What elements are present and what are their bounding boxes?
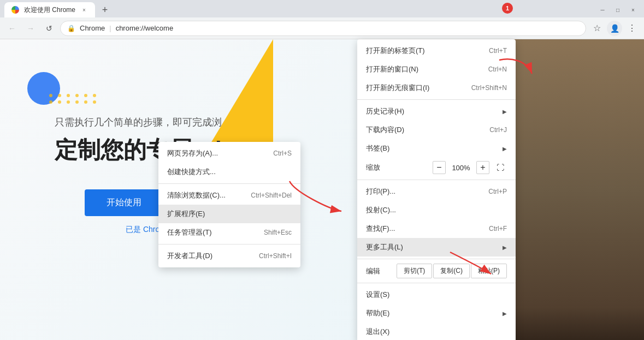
profile-icon[interactable]: 👤 [607,21,622,36]
menu-arrow-5: ▶ [503,146,507,152]
url-brand: Chrome [80,24,105,32]
active-tab[interactable]: 欢迎使用 Chrome × [4,2,95,17]
submenu-label-4: 扩展程序(E) [167,209,292,219]
submenu-label-0: 网页另存为(A)... [167,148,273,158]
cut-button[interactable]: 剪切(T) [397,264,432,278]
menu-shortcut-2: Ctrl+Shift+N [471,84,507,92]
submenu-item-1[interactable]: 创建快捷方式... [158,163,300,181]
menu-divider-zoom [357,180,516,180]
window-controls: ─ □ × [596,3,640,16]
chrome-logo [11,6,19,14]
secure-icon: 🔒 [67,25,75,32]
menu-button[interactable]: ⋮ [624,21,640,36]
menu-divider-top [357,99,516,100]
submenu-item-0[interactable]: 网页另存为(A)... Ctrl+S [158,144,300,163]
url-bar[interactable]: 🔒 Chrome | chrome://welcome [60,21,586,36]
menu-item-1[interactable]: 打开新的窗口(N) Ctrl+N [357,60,516,79]
submenu-label-7: 开发者工具(D) [167,251,259,261]
menu-shortcut-1: Ctrl+N [488,65,507,73]
forward-button[interactable]: → [23,21,38,36]
new-tab-button[interactable]: + [97,2,113,17]
menu-item-7[interactable]: 打印(P)... Ctrl+P [357,182,516,201]
menu-item-label-7: 打印(P)... [366,187,488,196]
menu-item-5[interactable]: 书签(B) ▶ [357,139,516,158]
menu-divider-after-edit [357,283,516,283]
submenu-item-4[interactable]: 扩展程序(E) [158,205,300,223]
menu-item-label-0: 打开新的标签页(T) [366,46,489,56]
tab-strip: 欢迎使用 Chrome × + [4,0,113,17]
edit-row: 编辑 剪切(T) 复制(C) 粘贴(P) [357,261,516,281]
submenu-shortcut-5: Shift+Esc [264,229,292,236]
copy-button[interactable]: 复制(C) [433,264,470,278]
menu-item-2[interactable]: 打开新的无痕窗口(I) Ctrl+Shift+N [357,79,516,97]
menu-item-label-12: 设置(S) [366,290,507,300]
submenu-item-7[interactable]: 开发者工具(D) Ctrl+Shift+I [158,247,300,265]
menu-divider-edit [357,259,516,259]
fullscreen-button[interactable]: ⛶ [494,161,507,174]
menu-arrow-10: ▶ [503,244,507,250]
menu-item-label-2: 打开新的无痕窗口(I) [366,83,471,93]
submenu-item-3[interactable]: 清除浏览数据(C)... Ctrl+Shift+Del [158,186,300,205]
menu-shortcut-9: Ctrl+F [489,225,507,232]
bookmark-icon[interactable]: ☆ [589,21,605,36]
menu-item-10[interactable]: 更多工具(L) ▶ [357,238,516,257]
back-button[interactable]: ← [4,21,20,36]
submenu-shortcut-7: Ctrl+Shift+I [259,252,292,260]
menu-item-8[interactable]: 投射(C)... [357,201,516,219]
badge-1: 1 [502,3,513,14]
close-button[interactable]: × [627,3,640,16]
menu-item-14[interactable]: 退出(X) [357,323,516,340]
menu-item-9[interactable]: 查找(F)... Ctrl+F [357,219,516,238]
minimize-button[interactable]: ─ [596,3,609,16]
zoom-label: 缩放 [366,163,428,172]
page-subtitle: 只需执行几个简单的步骤，即可完成浏 [55,116,222,129]
menu-item-label-1: 打开新的窗口(N) [366,64,488,74]
zoom-row: 缩放 − 100% + ⛶ [357,158,516,177]
submenu-shortcut-0: Ctrl+S [273,150,292,157]
menu-item-label-5: 书签(B) [366,144,498,153]
page-content: 只需执行几个简单的步骤，即可完成浏 定制您的专属 Ch 开始使用 已是 Chro… [0,39,644,340]
tab-favicon [11,5,20,14]
address-bar: ← → ↺ 🔒 Chrome | chrome://welcome ☆ 👤 ⋮ [0,17,644,39]
menu-item-label-4: 下载内容(D) [366,125,489,135]
menu-item-3[interactable]: 历史记录(H) ▶ [357,102,516,121]
title-bar: 欢迎使用 Chrome × + ─ □ × 1 [0,0,644,17]
menu-item-label-3: 历史记录(H) [366,106,498,116]
menu-shortcut-7: Ctrl+P [488,188,507,195]
main-menu: 打开新的标签页(T) Ctrl+T 打开新的窗口(N) Ctrl+N 打开新的无… [357,39,516,340]
menu-shortcut-0: Ctrl+T [489,47,507,55]
menu-item-4[interactable]: 下载内容(D) Ctrl+J [357,121,516,139]
submenu-shortcut-3: Ctrl+Shift+Del [251,192,292,199]
submenu-item-5[interactable]: 任务管理器(T) Shift+Esc [158,223,300,242]
submenu-divider-2 [158,183,300,184]
toolbar-icons: ☆ 👤 ⋮ [589,21,640,36]
tab-title: 欢迎使用 Chrome [24,5,75,15]
menu-arrow-3: ▶ [503,109,507,115]
deco-triangle [208,39,273,148]
start-button[interactable]: 开始使用 [85,189,163,216]
menu-item-0[interactable]: 打开新的标签页(T) Ctrl+T [357,41,516,60]
menu-item-label-9: 查找(F)... [366,224,489,234]
menu-item-label-8: 投射(C)... [366,205,507,215]
menu-shortcut-4: Ctrl+J [489,126,507,134]
zoom-in-button[interactable]: + [476,161,489,174]
submenu-label-1: 创建快捷方式... [167,167,292,177]
maximize-button[interactable]: □ [611,3,624,16]
tab-close-button[interactable]: × [80,5,88,14]
menu-item-label-14: 退出(X) [366,327,507,337]
menu-item-13[interactable]: 帮助(E) ▶ [357,304,516,323]
refresh-button[interactable]: ↺ [42,21,57,36]
submenu-label-5: 任务管理器(T) [167,228,264,237]
zoom-value: 100% [450,164,472,172]
menu-item-label-13: 帮助(E) [366,308,498,318]
paste-button[interactable]: 粘贴(P) [471,264,507,278]
menu-item-12[interactable]: 设置(S) [357,285,516,304]
menu-arrow-13: ▶ [503,311,507,317]
edit-label: 编辑 [366,266,395,276]
url-separator: | [109,24,111,32]
submenu-label-3: 清除浏览数据(C)... [167,190,251,200]
zoom-out-button[interactable]: − [433,161,446,174]
menu-item-label-10: 更多工具(L) [366,242,498,252]
url-address: chrome://welcome [116,24,173,32]
deco-dots [49,94,98,104]
